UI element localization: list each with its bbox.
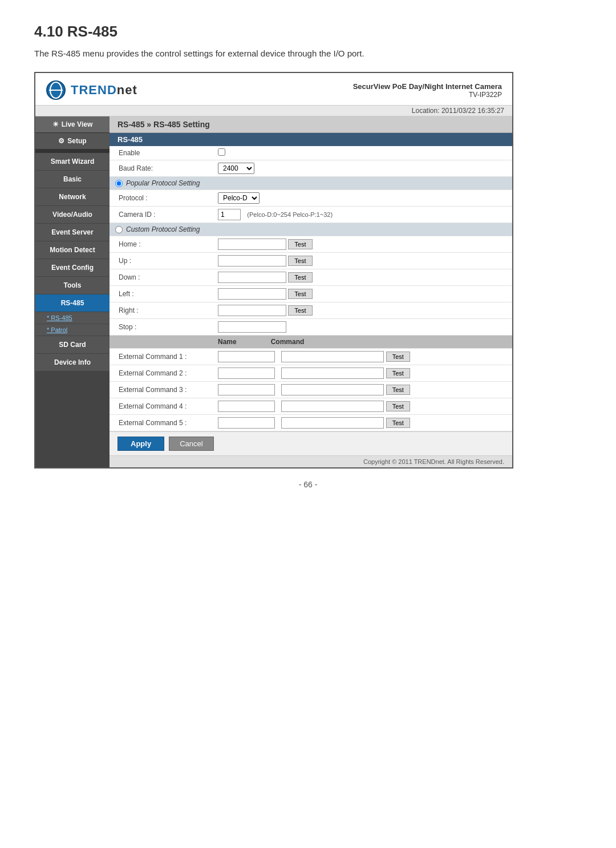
ext-cmd-5-cmd-input[interactable] [281,417,384,429]
footer-buttons: Apply Cancel [110,431,512,455]
right-input[interactable] [218,305,286,316]
ui-body: ☀ Live View ⚙ Setup Smart Wizard Basic N… [35,116,512,467]
ext-cmd-5-test-button[interactable]: Test [386,418,410,428]
ext-cmd-3-label: External Command 3 : [110,382,212,398]
ext-cmd-2-name-input[interactable] [218,368,275,379]
ext-cmd-4-name-input[interactable] [218,401,275,412]
ext-cmd-2-cell: Test [212,365,512,382]
popular-protocol-label: Popular Protocol Setting [126,179,200,187]
ext-cmd-4-row: External Command 4 : Test [110,398,512,415]
sidebar-sub-item-patrol[interactable]: * Patrol [35,324,110,336]
col-name-header: Name Command [212,336,512,349]
ext-cmd-2-cmd-input[interactable] [281,368,384,379]
sidebar-item-device-info[interactable]: Device Info [35,354,110,371]
location-bar: Location: 2011/03/22 16:35:27 [35,106,512,116]
sidebar-item-tools[interactable]: Tools [35,277,110,294]
sidebar-item-network[interactable]: Network [35,188,110,206]
ext-cmd-3-test-button[interactable]: Test [386,385,410,395]
popular-protocol-header: Popular Protocol Setting [110,177,512,190]
up-input[interactable] [218,255,286,266]
ext-cmd-5-label: External Command 5 : [110,415,212,431]
popular-protocol-row: Popular Protocol Setting [110,177,512,190]
ext-cmd-1-cmd-input[interactable] [281,351,384,362]
ext-cmd-3-row: External Command 3 : Test [110,382,512,398]
baud-rate-row: Baud Rate: 2400 4800 9600 19200 38400 [110,160,512,177]
protocol-label: Protocol : [110,190,212,207]
protocol-select[interactable]: Pelco-D Pelco-P [218,192,260,204]
up-cell: Test [212,253,512,269]
baud-rate-label: Baud Rate: [110,160,212,177]
sidebar-item-basic[interactable]: Basic [35,171,110,188]
left-cell: Test [212,286,512,302]
protocol-cell: Pelco-D Pelco-P [212,190,512,207]
up-test-button[interactable]: Test [288,256,312,266]
down-label: Down : [110,269,212,286]
sidebar-item-rs485[interactable]: RS-485 [35,294,110,312]
page-title: 4.10 RS-485 [34,23,582,41]
sidebar-item-video-audio[interactable]: Video/Audio [35,206,110,224]
stop-input[interactable] [218,321,286,333]
ext-cmd-4-test-button[interactable]: Test [386,401,410,411]
ext-cmd-3-cmd-input[interactable] [281,384,384,395]
custom-protocol-row: Custom Protocol Setting [110,223,512,236]
protocol-row: Protocol : Pelco-D Pelco-P [110,190,512,207]
section-header-rs485: RS-485 [110,133,512,146]
stop-cell [212,319,512,336]
apply-button[interactable]: Apply [117,437,164,451]
sidebar-sub-item-rs485[interactable]: * RS-485 [35,312,110,324]
enable-cell [212,146,512,160]
ext-cmd-1-test-button[interactable]: Test [386,352,410,362]
camera-id-input[interactable] [218,209,241,220]
ext-cmd-2-test-button[interactable]: Test [386,368,410,378]
left-test-button[interactable]: Test [288,289,312,299]
camera-id-hint: (Pelco-D:0~254 Pelco-P:1~32) [247,211,333,218]
right-test-button[interactable]: Test [288,305,312,316]
cancel-button[interactable]: Cancel [169,437,213,451]
popular-protocol-radio[interactable] [115,180,123,187]
sidebar-item-motion-detect[interactable]: Motion Detect [35,241,110,259]
sidebar-item-sd-card[interactable]: SD Card [35,336,110,354]
camera-ui-frame: TRENDnet SecurView PoE Day/Night Interne… [34,72,513,469]
live-view-label: Live View [62,120,92,128]
camera-model-line2: TV-IP322P [353,91,502,99]
sidebar-item-smart-wizard[interactable]: Smart Wizard [35,153,110,171]
ext-cmd-2-row: External Command 2 : Test [110,365,512,382]
logo-text: TRENDnet [71,83,137,98]
enable-checkbox[interactable] [218,148,225,156]
custom-protocol-radio[interactable] [115,226,123,233]
ext-cmd-4-cell: Test [212,398,512,415]
col-name-label: Name [218,338,237,346]
enable-row: Enable [110,146,512,160]
baud-rate-cell: 2400 4800 9600 19200 38400 [212,160,512,177]
home-row: Home : Test [110,236,512,253]
home-input[interactable] [218,239,286,250]
ext-cmd-1-name-input[interactable] [218,351,275,362]
sidebar-item-event-config[interactable]: Event Config [35,259,110,277]
camera-icon: ☀ [52,120,59,128]
down-input[interactable] [218,272,286,283]
gear-icon: ⚙ [58,137,64,145]
settings-table: Enable Baud Rate: 2400 4800 9600 [110,146,512,431]
location-value: 2011/03/22 16:35:27 [441,107,504,115]
col-command-label: Command [271,338,305,346]
down-test-button[interactable]: Test [288,272,312,282]
setup-button[interactable]: ⚙ Setup [35,133,110,150]
sidebar-item-event-server[interactable]: Event Server [35,224,110,241]
col-empty [110,336,212,349]
camera-info: SecurView PoE Day/Night Internet Camera … [353,82,502,99]
ext-cmd-col-header-row: Name Command [110,336,512,349]
home-cell: Test [212,236,512,253]
custom-protocol-header: Custom Protocol Setting [110,223,512,236]
live-view-button[interactable]: ☀ Live View [35,116,110,133]
right-row: Right : Test [110,302,512,319]
ext-cmd-5-name-input[interactable] [218,417,275,429]
custom-protocol-label: Custom Protocol Setting [126,225,200,233]
right-cell: Test [212,302,512,319]
left-input[interactable] [218,288,286,300]
ext-cmd-4-cmd-input[interactable] [281,401,384,412]
setup-label: Setup [67,137,86,145]
baud-rate-select[interactable]: 2400 4800 9600 19200 38400 [218,163,254,174]
home-test-button[interactable]: Test [288,239,312,249]
location-label: Location: [412,107,440,115]
ext-cmd-3-name-input[interactable] [218,384,275,395]
